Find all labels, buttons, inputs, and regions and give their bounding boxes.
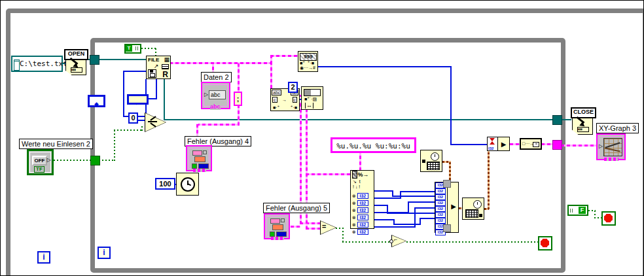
nines-chip: 999 (300, 53, 317, 61)
wire-scan-4[interactable] (408, 201, 435, 203)
file-path-constant[interactable]: C:\test.txt (11, 56, 63, 72)
wire-string2[interactable] (300, 222, 321, 224)
wire-bool-werte[interactable] (114, 129, 143, 131)
wire-substr-eq[interactable] (306, 228, 321, 230)
wire-refnum-to-close[interactable] (164, 119, 571, 120)
build-array-node[interactable]: ▶ (497, 137, 510, 151)
daten-indicator[interactable]: ▷ abc abc (201, 82, 230, 109)
datetime-to-seconds-node[interactable] (420, 150, 442, 172)
wire-scan-6[interactable] (414, 207, 435, 209)
false-constant[interactable]: F (567, 205, 588, 216)
wire-bool-stop[interactable] (342, 241, 391, 243)
inner-loop-condition-terminal[interactable] (538, 236, 552, 250)
inner-iteration-terminal[interactable]: i (98, 247, 111, 259)
wait-ms-node[interactable] (176, 173, 199, 196)
subset-strip-icon (304, 89, 321, 96)
tunnel-cluster-out[interactable] (552, 140, 562, 150)
wire-int-numstr[interactable] (450, 66, 452, 145)
xy-graph-terminal[interactable]: ▷ (596, 133, 626, 160)
wire-scan-2[interactable] (370, 198, 401, 199)
not-node[interactable]: ⌐ (391, 235, 406, 247)
wire-bool-werte[interactable] (99, 160, 115, 161)
not-glyph: ⌐ (394, 236, 397, 243)
tunnel-refnum-in[interactable] (90, 55, 99, 65)
to-timestamp-node[interactable]: I32 (487, 137, 498, 151)
wire-bool-stop[interactable] (342, 228, 344, 242)
loop-tunnel-diamond[interactable]: ◆ (88, 95, 105, 107)
two-constant[interactable]: 2 (288, 82, 298, 93)
wire-format[interactable] (359, 152, 361, 171)
equals-node[interactable]: = (320, 220, 336, 235)
wire-cluster-xy[interactable] (541, 143, 553, 145)
wire-bool-stop[interactable] (406, 241, 539, 243)
wire-scan-4[interactable] (370, 212, 409, 213)
wire-bool-werte[interactable] (54, 160, 91, 161)
wire-string-split[interactable] (270, 62, 272, 88)
diamond-icon: ◆ (94, 101, 99, 107)
dots-icon (570, 209, 574, 213)
false-glyph: F (579, 207, 586, 214)
calendar-icon (465, 209, 478, 218)
terminal-arrow-icon: ▷ (47, 157, 51, 163)
wire-string-fileout[interactable] (170, 62, 272, 64)
wire-bool-werte[interactable] (114, 129, 115, 161)
zero-constant[interactable]: 0 (128, 112, 138, 124)
wire-int[interactable] (156, 79, 157, 99)
file-text: FILE (148, 57, 159, 63)
block-diagram: ◆ C:\test.txt OPEN ▮▮▮ T FILE ▦ ↗ R ← (0, 0, 644, 276)
semicolon-constant[interactable]: ; (234, 92, 242, 106)
hundred-constant[interactable]: 100 (155, 178, 175, 190)
seconds-to-datetime-node[interactable] (462, 198, 484, 220)
bundle-top-input[interactable] (443, 180, 451, 188)
close-file-node[interactable]: CLOSE ▮▮▮ (571, 107, 594, 135)
cluster-feet-icon (271, 237, 284, 240)
wire-scan-6[interactable] (414, 207, 416, 228)
string-to-number-node[interactable]: 999 ■⁺ ⁺·■ ◉⋯→# (298, 51, 318, 72)
mini-clock-icon (473, 200, 482, 209)
read-file-node[interactable]: FILE ▦ ↗ R (146, 56, 171, 79)
wire-int[interactable] (123, 71, 146, 72)
wire-int[interactable] (123, 71, 124, 117)
scan-row[interactable]: ⊗I32 (352, 224, 368, 236)
wire-fehler5[interactable] (291, 226, 300, 228)
format-string-constant[interactable]: %u.%u.%u %u:%u:%u (331, 137, 416, 153)
read-arrow-icon: ↗ (154, 63, 159, 69)
bundle-bottom-input[interactable] (443, 224, 451, 232)
wire-scan-5[interactable] (420, 218, 435, 219)
build-arrow-icon: ▶ (501, 141, 507, 148)
wire-scan-4[interactable] (408, 201, 409, 213)
wire-time3[interactable] (488, 150, 490, 209)
feedback-node[interactable]: ← (127, 94, 149, 105)
semicolon-value: ; (237, 95, 240, 103)
array-to-cluster-node[interactable]: □⋯→ (520, 138, 542, 150)
fehler4-indicator[interactable] (186, 145, 212, 171)
open-file-node[interactable]: OPEN ▮▮▮ (64, 49, 88, 75)
wire-scan-2[interactable] (400, 191, 435, 192)
wire-int[interactable] (148, 98, 157, 99)
zero-value: 0 (131, 114, 135, 122)
a2c-chip (533, 142, 539, 147)
tunnel-bool-in[interactable] (90, 156, 100, 165)
abc-type-badge: abc (210, 104, 221, 110)
fehler5-indicator[interactable] (264, 213, 290, 239)
select-node[interactable] (145, 112, 166, 132)
true-constant[interactable]: T (124, 44, 141, 54)
wire-int-numstr[interactable] (450, 144, 488, 145)
wire-error-4[interactable] (196, 124, 240, 126)
outer-loop-condition-terminal[interactable] (601, 211, 616, 226)
wire-bool-werte[interactable] (141, 125, 143, 131)
wire-string-up999[interactable] (270, 55, 298, 57)
wire-scan-6[interactable] (370, 226, 416, 228)
wire-int-numstr[interactable] (317, 66, 452, 67)
tunnel-refnum-out[interactable] (552, 115, 562, 125)
string-subset-node[interactable]: ■⁺˙·▨ ↔ (301, 86, 323, 110)
wire-scan-5[interactable] (393, 224, 421, 225)
werte-boolean-terminal[interactable]: OFF ▷ TF (27, 149, 54, 175)
outer-iteration-terminal[interactable]: i (37, 251, 50, 264)
wire-cluster-xy[interactable] (510, 143, 520, 145)
wire-scan-1[interactable] (392, 196, 435, 197)
wire-cluster-xy[interactable] (561, 145, 597, 147)
wire-substr-scan[interactable] (306, 173, 350, 175)
wire-bool-tconst[interactable] (141, 48, 156, 49)
off-button[interactable]: OFF (32, 156, 47, 165)
